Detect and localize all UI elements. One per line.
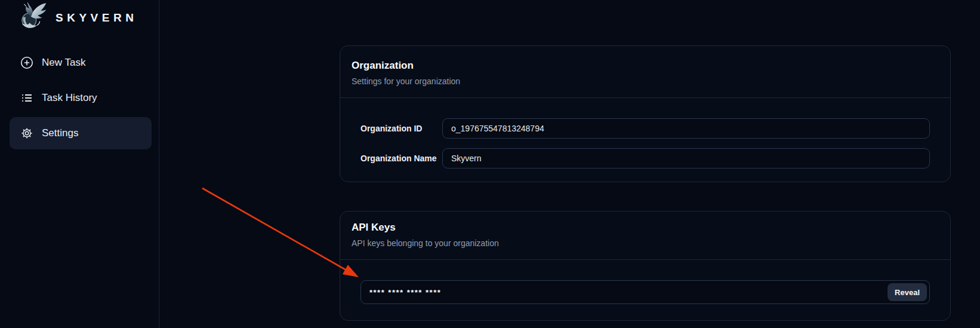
organization-title: Organization [352, 60, 950, 72]
sidebar-item-settings[interactable]: Settings [10, 117, 152, 149]
organization-card-header: Organization Settings for your organizat… [340, 46, 950, 98]
app-title: SKYVERN [56, 11, 137, 24]
organization-id-label: Organization ID [360, 124, 442, 133]
api-keys-card-header: API Keys API keys belonging to your orga… [340, 211, 950, 260]
api-key-field: Reveal [360, 280, 930, 304]
sidebar-item-task-history[interactable]: Task History [10, 82, 152, 114]
organization-id-row: Organization ID [360, 118, 930, 139]
list-icon [20, 91, 33, 105]
gear-icon [20, 127, 33, 140]
sidebar-nav: New Task Task History Settings [10, 47, 152, 149]
organization-card-content: Organization ID Organization Name [340, 98, 950, 168]
sidebar-item-new-task[interactable]: New Task [10, 47, 152, 79]
organization-card: Organization Settings for your organizat… [340, 45, 951, 182]
plus-circle-icon [20, 56, 33, 69]
api-keys-card-content: Reveal [340, 260, 950, 304]
skyvern-logo[interactable]: SKYVERN [16, 2, 137, 34]
organization-name-row: Organization Name [360, 148, 930, 168]
organization-name-label: Organization Name [360, 154, 442, 163]
organization-name-input[interactable] [442, 148, 930, 168]
organization-id-input[interactable] [442, 118, 930, 139]
api-key-masked-input[interactable] [360, 280, 930, 304]
api-keys-title: API Keys [352, 222, 950, 234]
api-keys-subtitle: API keys belonging to your organization [352, 238, 950, 248]
sidebar-item-label: New Task [42, 57, 85, 69]
reveal-button[interactable]: Reveal [887, 283, 927, 301]
api-keys-card: API Keys API keys belonging to your orga… [340, 211, 951, 321]
sidebar-item-label: Settings [42, 127, 78, 139]
organization-subtitle: Settings for your organization [352, 76, 950, 86]
dragon-logo-icon [16, 2, 48, 34]
sidebar-item-label: Task History [42, 92, 97, 104]
sidebar: SKYVERN New Task Task History [0, 0, 159, 328]
